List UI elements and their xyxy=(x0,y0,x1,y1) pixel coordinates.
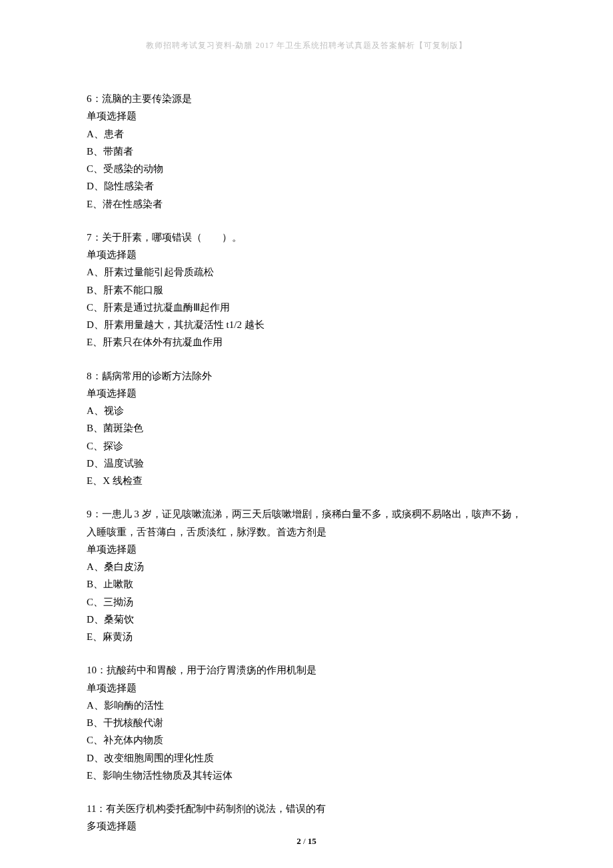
option-d: D、温度试验 xyxy=(87,455,526,472)
option-c: C、受感染的动物 xyxy=(87,160,526,177)
question-7: 7：关于肝素，哪项错误（ ）。 单项选择题 A、肝素过量能引起骨质疏松 B、肝素… xyxy=(87,229,526,351)
content-body: 6：流脑的主要传染源是 单项选择题 A、患者 B、带菌者 C、受感染的动物 D、… xyxy=(87,90,526,835)
question-10: 10：抗酸药中和胃酸，用于治疗胃溃疡的作用机制是 单项选择题 A、影响酶的活性 … xyxy=(87,661,526,784)
question-type: 单项选择题 xyxy=(87,385,526,402)
question-9: 9：一患儿 3 岁，证见咳嗽流涕，两三天后咳嗽增剧，痰稀白量不多，或痰稠不易咯出… xyxy=(87,505,526,645)
question-stem: 10：抗酸药中和胃酸，用于治疗胃溃疡的作用机制是 xyxy=(87,661,526,679)
option-a: A、患者 xyxy=(87,125,526,143)
question-type: 单项选择题 xyxy=(87,679,526,697)
option-b: B、干扰核酸代谢 xyxy=(87,714,526,731)
option-d: D、肝素用量越大，其抗凝活性 t1/2 越长 xyxy=(87,316,526,333)
option-a: A、桑白皮汤 xyxy=(87,558,526,575)
option-b: B、带菌者 xyxy=(87,143,526,160)
question-8: 8：龋病常用的诊断方法除外 单项选择题 A、视诊 B、菌斑染色 C、探诊 D、温… xyxy=(87,367,526,490)
question-stem: 9：一患儿 3 岁，证见咳嗽流涕，两三天后咳嗽增剧，痰稀白量不多，或痰稠不易咯出… xyxy=(87,505,526,541)
option-d: D、改变细胞周围的理化性质 xyxy=(87,749,526,767)
option-d: D、桑菊饮 xyxy=(87,611,526,628)
question-stem: 8：龋病常用的诊断方法除外 xyxy=(87,367,526,385)
page-header: 教师招聘考试复习资料-勐腊 2017 年卫生系统招聘考试真题及答案解析【可复制版… xyxy=(87,40,526,51)
question-6: 6：流脑的主要传染源是 单项选择题 A、患者 B、带菌者 C、受感染的动物 D、… xyxy=(87,90,526,213)
option-c: C、肝素是通过抗凝血酶Ⅲ起作用 xyxy=(87,299,526,316)
option-b: B、菌斑染色 xyxy=(87,419,526,437)
page-number-sep: / xyxy=(301,836,308,846)
question-stem: 7：关于肝素，哪项错误（ ）。 xyxy=(87,229,526,246)
option-c: C、探诊 xyxy=(87,437,526,455)
option-c: C、三拗汤 xyxy=(87,593,526,611)
question-11: 11：有关医疗机构委托配制中药制剂的说法，错误的有 多项选择题 xyxy=(87,800,526,835)
question-type: 单项选择题 xyxy=(87,107,526,125)
option-e: E、潜在性感染者 xyxy=(87,195,526,213)
option-b: B、止嗽散 xyxy=(87,575,526,593)
page-number-total: 15 xyxy=(308,836,316,846)
question-stem: 6：流脑的主要传染源是 xyxy=(87,90,526,107)
question-stem: 11：有关医疗机构委托配制中药制剂的说法，错误的有 xyxy=(87,800,526,817)
option-a: A、影响酶的活性 xyxy=(87,697,526,714)
page-footer: 2 / 15 xyxy=(0,836,613,847)
option-b: B、肝素不能口服 xyxy=(87,281,526,299)
option-e: E、肝素只在体外有抗凝血作用 xyxy=(87,333,526,351)
option-d: D、隐性感染者 xyxy=(87,177,526,195)
option-e: E、影响生物活性物质及其转运体 xyxy=(87,767,526,784)
option-e: E、X 线检查 xyxy=(87,472,526,489)
option-a: A、肝素过量能引起骨质疏松 xyxy=(87,263,526,281)
question-type: 单项选择题 xyxy=(87,541,526,558)
option-a: A、视诊 xyxy=(87,402,526,419)
question-type: 多项选择题 xyxy=(87,817,526,835)
option-c: C、补充体内物质 xyxy=(87,731,526,749)
question-type: 单项选择题 xyxy=(87,246,526,263)
option-e: E、麻黄汤 xyxy=(87,628,526,645)
